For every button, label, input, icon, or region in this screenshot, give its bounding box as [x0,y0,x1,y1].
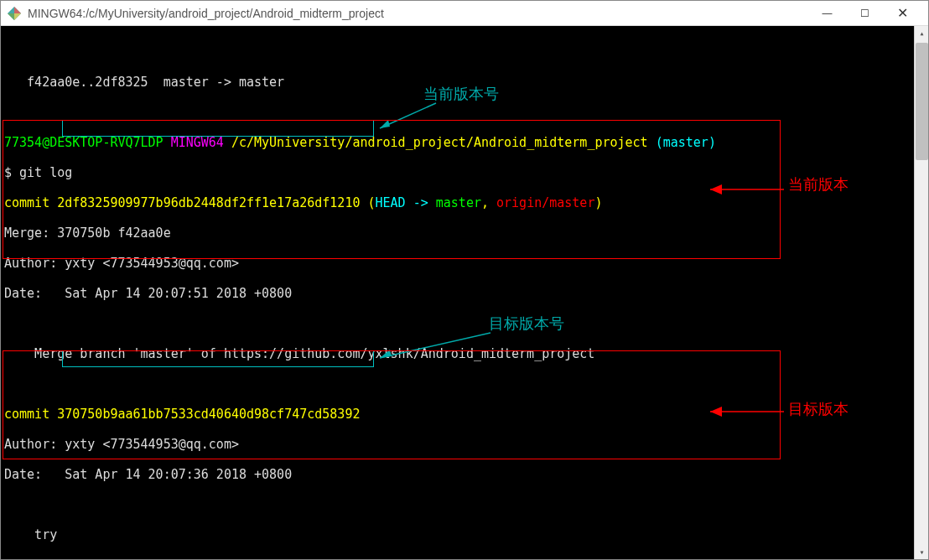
commit-1-msg: Merge branch 'master' of https://github.… [4,346,913,361]
scrollbar-thumb[interactable] [916,43,928,160]
terminal-window: MINGW64:/c/MyUniversity/android_project/… [0,0,929,560]
prompt-line: 77354@DESKTOP-RVQ7LDP MINGW64 /c/MyUnive… [4,135,913,150]
terminal-body[interactable]: f42aa0e..2df8325 master -> master 77354@… [1,26,928,559]
commit-1-hash: 2df8325909977b96db2448df2ff1e17a26df1210 [57,195,360,210]
scrollbar[interactable]: ▴ ▾ [914,26,928,559]
app-icon [8,7,21,20]
titlebar: MINGW64:/c/MyUniversity/android_project/… [1,1,928,26]
svg-marker-2 [8,13,14,20]
svg-marker-7 [710,184,722,194]
svg-marker-5 [380,120,390,128]
commit-2-author: Author: yxty <773544953@qq.com> [4,437,913,452]
scroll-up-arrow[interactable]: ▴ [915,26,928,40]
commit-2-hash: 370750b9aa61bb7533cd40640d98cf747cd58392 [57,407,360,422]
close-button[interactable]: ✕ [884,2,921,25]
svg-marker-1 [14,7,21,13]
terminal-content: f42aa0e..2df8325 master -> master 77354@… [4,60,913,559]
minimize-button[interactable]: — [808,2,846,25]
commit-2-date: Date: Sat Apr 14 20:07:36 2018 +0800 [4,467,913,482]
commit-2-msg: try [4,527,913,542]
commit-2-header: commit 370750b9aa61bb7533cd40640d98cf747… [4,407,913,422]
maximize-button[interactable]: ☐ [846,2,884,25]
window-controls: — ☐ ✕ [808,2,921,25]
commit-1-merge: Merge: 370750b f42aa0e [4,226,913,241]
prompt-path: /c/MyUniversity/android_project/Android_… [231,135,648,150]
prompt-sys: MINGW64 [171,135,224,150]
prompt-branch: (master) [656,135,716,150]
prompt-user: 77354@DESKTOP-RVQ7LDP [4,135,163,150]
commit-1-date: Date: Sat Apr 14 20:07:51 2018 +0800 [4,286,913,301]
current-hash-box [62,120,374,137]
commit-1-header: commit 2df8325909977b96db2448df2ff1e17a2… [4,195,913,210]
svg-marker-3 [14,13,21,20]
git-command: $ git log [4,165,913,180]
commit-1-author: Author: yxty <773544953@qq.com> [4,256,913,271]
window-title: MINGW64:/c/MyUniversity/android_project/… [28,7,808,20]
scroll-down-arrow[interactable]: ▾ [915,545,928,559]
push-summary: f42aa0e..2df8325 master -> master [4,75,913,90]
